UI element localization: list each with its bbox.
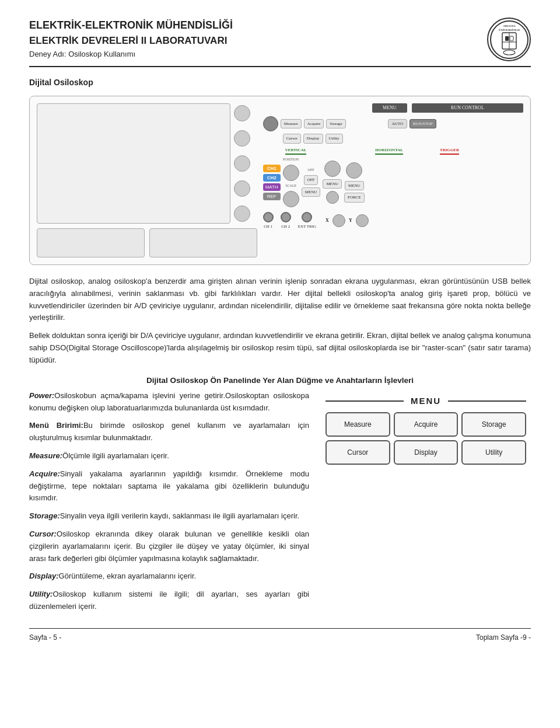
cursor-text: Cursor:Osiloskop ekranında dikey olarak …: [29, 528, 309, 565]
menu-cursor-btn[interactable]: Cursor: [326, 440, 390, 465]
storage-label: Storage:: [29, 511, 60, 520]
osc-y-label: Y: [349, 217, 352, 224]
osc-right-panel: MENU RUN CONTROL Measure Acquire Storage…: [263, 103, 523, 257]
section-heading: Dijital Osiloskop Ön Panelinde Yer Alan …: [29, 375, 531, 386]
osc-vertical-label: VERTICAL: [285, 147, 307, 155]
osc-horiz-position-knob: [324, 161, 341, 177]
osc-btn-1: [37, 228, 145, 257]
menu-title-bar: MENU: [326, 395, 526, 408]
osc-ch1-btn[interactable]: CH1: [263, 165, 281, 172]
svg-rect-4: [505, 36, 509, 41]
osc-ch-buttons: CH1 CH2 MATH REF: [263, 165, 281, 200]
storage-text: Storage:Sinyalin veya ilgili verilerin k…: [29, 510, 309, 523]
footer-total: Toplam Sayfa -9 -: [476, 632, 531, 643]
storage-description: Sinyalin veya ilgili verilerin kaydı, sa…: [60, 511, 299, 520]
osc-math-btn[interactable]: MATH: [263, 183, 281, 191]
acquire-text: Acquire:Sinyali yakalama ayarlarının yap…: [29, 468, 309, 504]
col-text: Power:Osiloskobun açma/kapama işlevini y…: [29, 390, 309, 619]
menu-acquire-btn[interactable]: Acquire: [394, 412, 459, 437]
menu-storage-btn[interactable]: Storage: [461, 412, 526, 437]
measure-label: Measure:: [29, 451, 62, 460]
measure-description: Ölçümle ilgili ayarlamaları içerir.: [62, 451, 169, 460]
osc-power-knob: [263, 116, 278, 131]
osc-run-control: RUN CONTROL: [412, 103, 523, 113]
osc-ch2-btn[interactable]: CH2: [263, 174, 281, 182]
osc-ext-trig-label: EXT TRIG: [298, 224, 316, 230]
osc-menu-bar: MENU: [372, 103, 407, 113]
display-description: Görüntüleme, ekran ayarlamalarını içerir…: [59, 572, 197, 580]
menu-title-line-left: [326, 400, 404, 402]
display-text: Display:Görüntüleme, ekran ayarlamaların…: [29, 570, 309, 583]
menu-display-btn[interactable]: Display: [394, 440, 459, 465]
osc-auto-btn[interactable]: AUTO: [388, 119, 407, 129]
paragraph-1: Dijital osiloskop, analog osiloskop'a be…: [29, 276, 531, 324]
acquire-label: Acquire:: [29, 469, 60, 478]
osc-ch1-label: CH 1: [264, 224, 272, 230]
osc-horiz-scale-knob: [326, 191, 339, 204]
cursor-description: Osiloskop ekranında dikey olarak bulunan…: [29, 530, 309, 563]
cursor-label: Cursor:: [29, 530, 57, 538]
osc-y-knob: [356, 214, 369, 227]
menu-grid: Measure Acquire Storage Cursor Display U…: [326, 412, 526, 465]
osc-x-label: X: [326, 217, 329, 224]
utility-label: Utility:: [29, 590, 52, 598]
osc-storage-btn[interactable]: Storage: [326, 119, 345, 129]
osc-trigger-label: TRIGGER: [440, 147, 459, 155]
osc-runstop-btn[interactable]: RUN/STOP: [410, 119, 436, 129]
power-label: Power:: [29, 391, 54, 400]
osc-horiz-menu-btn[interactable]: MENU: [323, 179, 342, 189]
osc-scale-label: SCALE: [285, 183, 296, 189]
osc-display-btn[interactable]: Display: [303, 134, 323, 144]
menu-brim-text: Menü Bririmi:Bu birimde osiloskop genel …: [29, 420, 309, 444]
footer-page: Sayfa - 5 -: [29, 632, 61, 643]
osc-vert-position-knob: [283, 165, 299, 181]
osc-knob-2: [234, 130, 250, 147]
footer: Sayfa - 5 - Toplam Sayfa -9 -: [29, 628, 531, 643]
osc-knobs-left: [234, 103, 257, 224]
svg-rect-5: [510, 36, 513, 41]
osc-off-btn[interactable]: OFF: [304, 175, 318, 185]
power-text: Power:Osiloskobun açma/kapama işlevini y…: [29, 390, 309, 414]
osc-ch2-label: CH 2: [281, 224, 290, 230]
utility-text: Utility:Osiloskop kullanım sistemi ile i…: [29, 588, 309, 613]
osc-acquire-btn[interactable]: Acquire: [304, 119, 324, 129]
osc-measure-btn[interactable]: Measure: [281, 119, 302, 129]
osc-x-knob: [332, 214, 345, 227]
header-titles: ELEKTRİK-ELEKTRONİK MÜHENDİSLİĞİ ELEKTRİ…: [29, 18, 233, 60]
svg-text:ÜNİVERSİTESİ: ÜNİVERSİTESİ: [499, 29, 520, 32]
svg-point-8: [503, 50, 515, 55]
osc-force-btn[interactable]: FORCE: [344, 193, 365, 203]
power-description: Osiloskobun açma/kapama işlevini yerine …: [29, 391, 309, 412]
osc-knob-5: [234, 205, 250, 222]
menu-brim-label: Menü Bririmi:: [29, 421, 83, 430]
osc-trig-menu-btn[interactable]: MENU: [345, 181, 364, 191]
display-label: Display:: [29, 572, 59, 580]
header-line3: Deney Adı: Osiloskop Kullanımı: [29, 48, 233, 60]
header-line2: ELEKTRİK DEVRELERİ II LABORATUVARI: [29, 33, 233, 48]
osc-menu-btn2[interactable]: MENU: [302, 187, 321, 197]
osc-knob-3: [234, 155, 250, 172]
osc-ref-btn[interactable]: REF: [263, 193, 281, 200]
acquire-description: Sinyali yakalama ayarlarının yapıldığı k…: [29, 469, 309, 503]
svg-text:AMASYA: AMASYA: [503, 25, 516, 27]
page-header: ELEKTRİK-ELEKTRONİK MÜHENDİSLİĞİ ELEKTRİ…: [29, 18, 531, 67]
paragraph-2: Bellek dolduktan sonra içeriği bir D/A ç…: [29, 330, 531, 366]
section-title: Dijital Osiloskop: [29, 76, 531, 89]
oscilloscope-diagram: MENU RUN CONTROL Measure Acquire Storage…: [29, 96, 531, 265]
osc-utility-btn[interactable]: Utility: [326, 134, 343, 144]
menu-measure-btn[interactable]: Measure: [326, 412, 390, 437]
header-line1: ELEKTRİK-ELEKTRONİK MÜHENDİSLİĞİ: [29, 18, 233, 33]
osc-knob-1: [234, 105, 250, 121]
osc-position-label: POSITION: [283, 157, 299, 162]
osc-trig-knob: [346, 162, 362, 179]
osc-left-panel: [37, 103, 257, 257]
two-col-section: Power:Osiloskobun açma/kapama işlevini y…: [29, 390, 531, 619]
osc-bottom-left: [37, 228, 257, 257]
osc-vert-scale-knob: [283, 191, 299, 207]
osc-cursor-btn[interactable]: Cursor: [283, 134, 301, 144]
menu-utility-btn[interactable]: Utility: [461, 440, 526, 465]
osc-ext-trig-connector: [302, 212, 312, 222]
measure-text: Measure:Ölçümle ilgili ayarlamaları içer…: [29, 450, 309, 462]
col-diagram: MENU Measure Acquire Storage Cursor Disp…: [321, 390, 531, 619]
utility-description: Osiloskop kullanım sistemi ile ilgili; d…: [29, 590, 309, 611]
